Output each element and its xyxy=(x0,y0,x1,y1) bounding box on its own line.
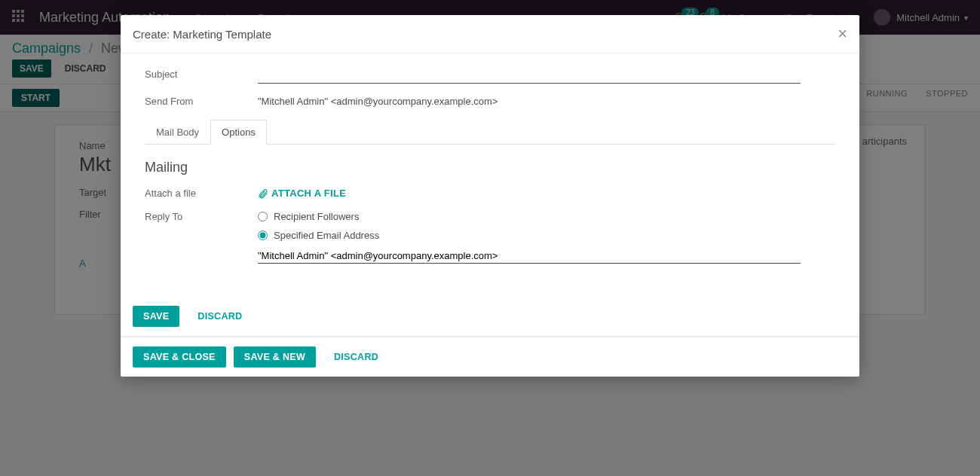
tab-options[interactable]: Options xyxy=(210,120,267,145)
reply-option-followers[interactable]: Recipient Followers xyxy=(258,211,835,222)
attach-file-label: Attach a file xyxy=(145,188,258,199)
modal-actions-top: SAVE DISCARD xyxy=(121,297,859,337)
sendfrom-value: "Mitchell Admin" <admin@yourcompany.exam… xyxy=(258,96,835,107)
save-new-button[interactable]: SAVE & NEW xyxy=(234,346,316,368)
subject-label: Subject xyxy=(145,69,258,80)
reply-to-label: Reply To xyxy=(145,211,258,222)
modal-actions-bottom: SAVE & CLOSE SAVE & NEW DISCARD xyxy=(121,337,859,377)
reply-radio-specified[interactable] xyxy=(258,230,268,240)
reply-specified-text: Specified Email Address xyxy=(274,230,379,241)
reply-option-specified[interactable]: Specified Email Address xyxy=(258,230,835,241)
modal-header: Create: Marketing Template × xyxy=(121,15,859,53)
reply-to-input[interactable] xyxy=(258,249,801,264)
section-mailing: Mailing xyxy=(145,160,835,175)
modal-discard-button-2[interactable]: DISCARD xyxy=(323,346,389,368)
modal-backdrop: Create: Marketing Template × Subject Sen… xyxy=(0,0,980,476)
tab-mail-body[interactable]: Mail Body xyxy=(145,120,210,145)
attach-file-link-text: ATTACH A FILE xyxy=(271,188,346,199)
modal-title: Create: Marketing Template xyxy=(133,28,271,41)
modal-save-button[interactable]: SAVE xyxy=(133,306,179,327)
modal-tabs: Mail Body Options xyxy=(145,119,835,145)
close-icon[interactable]: × xyxy=(838,26,847,42)
save-close-button[interactable]: SAVE & CLOSE xyxy=(133,346,226,368)
modal-body: Subject Send From "Mitchell Admin" <admi… xyxy=(121,53,859,297)
paperclip-icon xyxy=(258,188,268,199)
subject-input[interactable] xyxy=(258,69,801,84)
modal-discard-button[interactable]: DISCARD xyxy=(187,306,253,327)
reply-followers-text: Recipient Followers xyxy=(274,211,359,222)
sendfrom-label: Send From xyxy=(145,96,258,107)
modal-create-marketing-template: Create: Marketing Template × Subject Sen… xyxy=(121,15,859,377)
reply-radio-followers[interactable] xyxy=(258,212,268,221)
attach-file-button[interactable]: ATTACH A FILE xyxy=(258,188,835,199)
